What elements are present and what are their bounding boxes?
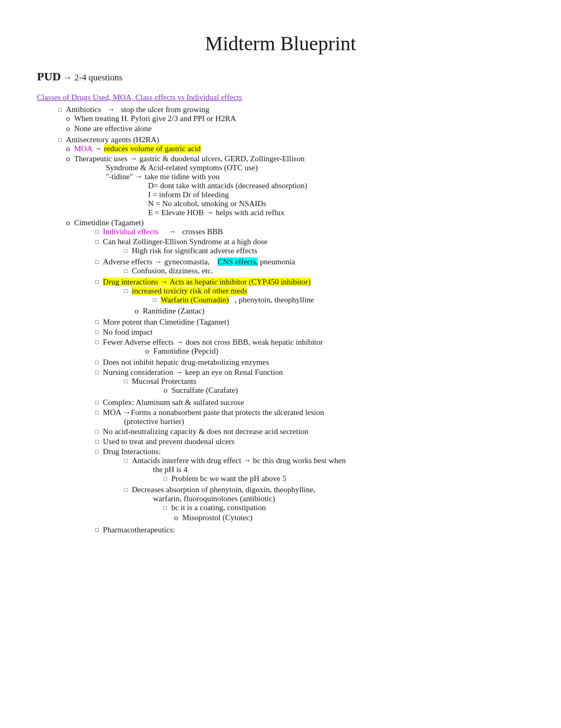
bullet-icon: □	[124, 268, 128, 274]
o-prefix: o	[135, 307, 139, 316]
list-item-more-potent: □ More potent than Cimetidine (Tagamet)	[74, 318, 524, 327]
d-block: D= dont take with antacids (decreased ab…	[106, 181, 524, 190]
bullet-icon: □	[95, 228, 99, 235]
adverse-text: Adverse effects → gynecomastia, CNS effe…	[103, 257, 295, 266]
moa-forms-text: MOA →Forms a nonabsorbent paste that pro…	[103, 408, 324, 417]
list-item-moa-forms: □ MOA →Forms a nonabsorbent paste that p…	[74, 408, 524, 426]
alone-text: None are effective alone	[74, 124, 152, 133]
decreases-text2: warfarin, fluoroquinolones (antibiotic)	[132, 494, 524, 503]
o-prefix: o	[66, 218, 70, 227]
o-prefix: o	[66, 144, 70, 153]
bc-coating-text: bc it is a coating, constipation	[171, 503, 266, 512]
list-item-increased-toxicity: □ increased toxicity risk of other meds …	[103, 287, 524, 306]
n-block: N = No alcohol, smoking or NSAIDs	[106, 199, 524, 208]
list-item-therapeutic: o Therapeutic uses → gastric & duodenal …	[66, 154, 524, 217]
list-item-pylori: o When treating H. Pylori give 2/3 and P…	[66, 114, 524, 123]
can-heal-text: Can heal Zollinger-Ellison Syndrome at a…	[103, 237, 268, 246]
sucralfate-text: Sucralfate (Carafate)	[172, 386, 238, 395]
antisecretory-label: Antisecretory agents (H2RA)	[66, 135, 160, 144]
moa-text: MOA → reduces volume of gastric acid	[74, 144, 201, 153]
list-item-bc-coating: □ bc it is a coating, constipation	[132, 503, 524, 512]
bullet-icon: □	[124, 288, 128, 294]
pud-arrow: →	[63, 72, 74, 82]
antacids-text: Antacids interfere with drug effect → bc…	[132, 456, 345, 465]
bullet-icon: □	[95, 448, 99, 455]
bullet-icon: □	[124, 247, 128, 254]
list-item-cimetidine: o Cimetidine (Tagamet) □ Individual effe…	[66, 218, 524, 536]
drug-interactions-text: Drug interactions → Acts as hepatic inhi…	[103, 278, 311, 286]
list-item-complex: □ Complex: Aluminum salt & sulfated sucr…	[74, 398, 524, 407]
antacids-text2: the pH is 4	[132, 465, 524, 474]
list-item-decreases-absorption: □ Decreases absorption of phenytoin, dig…	[103, 485, 524, 523]
list-item-nursing: □ Nursing consideration → keep an eye on…	[74, 368, 524, 397]
list-item-no-acid: □ No acid-neutralizing capacity & does n…	[74, 427, 524, 436]
list-item-antisecretory: □ Antisecretory agents (H2RA) o MOA → re…	[37, 135, 524, 537]
bullet-icon: □	[163, 504, 167, 511]
list-item-used-to-treat: □ Used to treat and prevent duodenal ulc…	[74, 437, 524, 446]
bullet-icon: □	[124, 457, 128, 464]
o-prefix: o	[66, 154, 70, 163]
bullet-icon: □	[95, 279, 99, 285]
no-inhibit-text: Does not inhibit hepatic drug-metabolizi…	[103, 358, 269, 367]
bullet-icon: □	[95, 428, 99, 435]
therapeutic-text: Therapeutic uses → gastric & duodenal ul…	[74, 154, 304, 163]
tidine-text: "-tidine" → take me tidine with you	[106, 172, 220, 181]
list-item-can-heal: □ Can heal Zollinger-Ellison Syndrome at…	[74, 237, 524, 256]
list-item-moa: o MOA → reduces volume of gastric acid	[66, 144, 524, 153]
o-prefix: o	[174, 513, 178, 522]
list-item-no-inhibit: □ Does not inhibit hepatic drug-metaboli…	[74, 358, 524, 367]
bullet-icon: □	[95, 259, 99, 265]
i-block: I = inform Dr of bleeding	[106, 190, 524, 199]
list-item-high-risk: □ High risk for significant adverse effe…	[103, 246, 524, 255]
pud-label: PUD	[37, 70, 61, 83]
list-item-antacids: □ Antacids interfere with drug effect → …	[103, 456, 524, 484]
more-potent-text: More potent than Cimetidine (Tagamet)	[103, 318, 229, 327]
list-item-confusion: □ Confusion, dizziness, etc.	[103, 266, 524, 275]
pylori-text: When treating H. Pylori give 2/3 and PPI…	[74, 114, 236, 123]
list-item-drug-inter2: □ Drug Interactions: □ Antacids interfer…	[74, 447, 524, 524]
bullet-icon: □	[95, 329, 99, 335]
problem-ph-text: Problem bc we want the pH above 5	[171, 474, 286, 483]
bullet-icon: □	[95, 369, 99, 375]
o-prefix: o	[66, 124, 70, 133]
bullet-icon: □	[95, 359, 99, 365]
list-item-problem-ph: □ Problem bc we want the pH above 5	[132, 474, 524, 483]
used-to-treat-text: Used to treat and prevent duodenal ulcer…	[103, 437, 235, 446]
list-item-famotidine: o Famotidine (Pepcid)	[103, 347, 524, 356]
bullet-icon: □	[124, 378, 128, 384]
pharmacotherapeutics-text: Pharmacotherapeutics:	[103, 526, 175, 535]
bullet-icon: □	[95, 339, 99, 345]
cimetidine-label: Cimetidine (Tagamet)	[74, 218, 144, 227]
individual-effects-text: Individual effects → crosses BBB	[103, 227, 223, 236]
list-item-adverse: □ Adverse effects → gynecomastia, CNS ef…	[74, 257, 524, 277]
antibiotics-label: Antibiotics → stop the ulcer from growin…	[66, 105, 210, 114]
list-item-no-food: □ No food impact	[74, 328, 524, 337]
no-acid-text: No acid-neutralizing capacity & does not…	[103, 427, 308, 436]
list-item-mucosal: □ Mucosal Protectants o Sucralfate (Cara…	[103, 377, 524, 396]
no-food-text: No food impact	[103, 328, 153, 337]
tidine-block: "-tidine" → take me tidine with you D= d…	[74, 172, 524, 217]
bullet-icon: □	[95, 438, 99, 445]
pud-section: PUD → 2-4 questions	[37, 70, 524, 84]
decreases-text: Decreases absorption of phenytoin, digox…	[132, 485, 315, 494]
list-item-fewer-adverse: □ Fewer Adverse effects → does not cross…	[74, 338, 524, 357]
list-item-individual-effects: □ Individual effects → crosses BBB	[74, 227, 524, 236]
list-item-antibiotics: □ Antibiotics → stop the ulcer from grow…	[37, 105, 524, 134]
famotidine-text: Famotidine (Pepcid)	[153, 347, 218, 356]
nursing-text: Nursing consideration → keep an eye on R…	[103, 368, 283, 376]
bullet-icon: □	[58, 106, 62, 113]
drug-inter2-text: Drug Interactions:	[103, 447, 161, 456]
bullet-icon: □	[58, 136, 62, 143]
fewer-adverse-text: Fewer Adverse effects → does not cross B…	[103, 338, 323, 346]
list-item-ranitidine: o Ranitidine (Zantac)	[103, 307, 524, 316]
list-item-sucralfate: o Sucralfate (Carafate)	[132, 386, 524, 395]
page-title: Midterm Blueprint	[37, 32, 524, 55]
o-prefix: o	[145, 347, 149, 356]
list-item-pharmacotherapeutics: □ Pharmacotherapeutics:	[74, 526, 524, 535]
list-item-misoprostol: o Misoprostol (Cytotec)	[132, 513, 524, 522]
list-item-drug-interactions: □ Drug interactions → Acts as hepatic in…	[74, 278, 524, 317]
o-prefix: o	[66, 114, 70, 123]
therapeutic-text2: Syndrome & Acid-related symptoms (OTC us…	[74, 163, 524, 172]
mucosal-text: Mucosal Protectants	[132, 377, 196, 385]
bullet-icon: □	[153, 297, 156, 303]
